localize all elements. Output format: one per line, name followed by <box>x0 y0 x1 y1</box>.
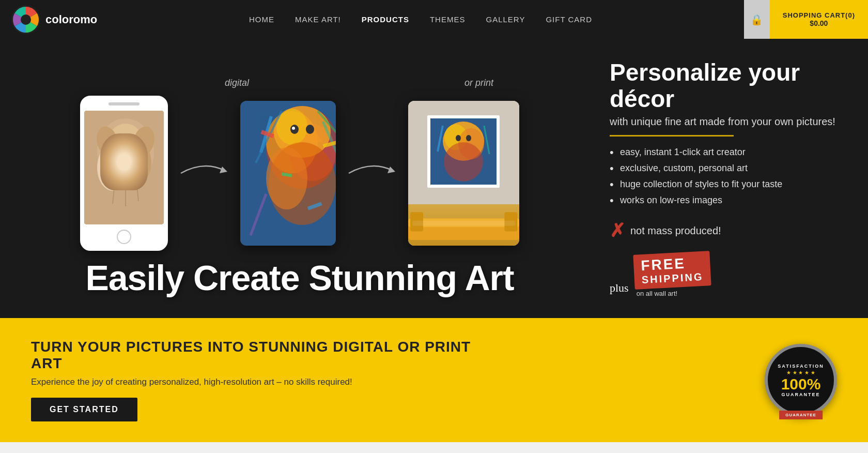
shipping-text: SHIPPING <box>641 271 704 286</box>
feature-2: exclusive, custom, personal art <box>610 163 847 174</box>
hero-section: digital or print your pic <box>0 39 868 318</box>
digital-art-frame <box>240 101 336 246</box>
hero-left: digital or print your pic <box>0 39 599 318</box>
logo-text: coloromo <box>45 13 97 26</box>
plus-label: plus <box>610 281 629 295</box>
yellow-subtitle: Experience the joy of creating personali… <box>31 377 496 387</box>
print-label: or print <box>464 78 493 88</box>
yellow-headline: TURN YOUR PICTURES INTO STUNNING DIGITAL… <box>31 339 496 372</box>
personalize-subtitle: with unique fine art made from your own … <box>610 114 847 129</box>
hero-images-row: your pic <box>80 96 519 251</box>
hero-right: Personalize your décor with unique fine … <box>599 39 868 318</box>
svg-point-9 <box>122 156 127 160</box>
x-icon: ✗ <box>610 221 625 240</box>
print-art-room <box>408 101 519 246</box>
how-section: HOW IT WORKS <box>0 442 868 453</box>
wall-art-piece <box>427 115 500 190</box>
header: coloromo HOME MAKE ART! PRODUCTS THEMES … <box>0 0 868 39</box>
dog-photo <box>84 111 164 224</box>
arrow-art-to-print <box>346 158 398 189</box>
svg-point-5 <box>97 144 128 191</box>
arrow-phone-to-art <box>178 158 230 189</box>
feature-3: huge collection of styles to fit your ta… <box>610 179 847 190</box>
digital-label: digital <box>225 78 249 88</box>
on-all-text: on all wall art! <box>637 290 710 297</box>
svg-point-52 <box>456 135 461 141</box>
badge-stars: ★ ★ ★ ★ ★ <box>786 370 815 375</box>
nav-products[interactable]: PRODUCTS <box>362 15 409 24</box>
feature-4: works on low-res images <box>610 195 847 206</box>
nav-themes[interactable]: THEMES <box>430 15 466 24</box>
not-mass-text: not mass produced! <box>630 225 721 237</box>
svg-point-53 <box>466 135 471 141</box>
badge-ribbon: GUARANTEE <box>779 411 823 419</box>
svg-point-10 <box>115 144 121 152</box>
gold-divider <box>610 135 734 137</box>
badge-top-text: SATISFACTION <box>778 364 824 369</box>
features-list: easy, instant 1-click art creator exclus… <box>610 147 847 211</box>
not-mass-row: ✗ not mass produced! <box>610 221 847 240</box>
free-shipping-area: plus FREE SHIPPING on all wall art! <box>610 253 847 297</box>
phone-home-button <box>117 230 131 244</box>
svg-point-1 <box>21 14 31 25</box>
satisfaction-badge-container: SATISFACTION ★ ★ ★ ★ ★ 100% GUARANTEE GU… <box>765 344 837 416</box>
badge-percentage: 100% <box>781 376 821 392</box>
feature-1: easy, instant 1-click art creator <box>610 147 847 158</box>
satisfaction-badge: SATISFACTION ★ ★ ★ ★ ★ 100% GUARANTEE GU… <box>765 344 837 416</box>
phone-screen <box>84 111 164 224</box>
svg-point-28 <box>266 147 307 209</box>
nav-gallery[interactable]: GALLERY <box>486 15 525 24</box>
personalize-title: Personalize your décor <box>610 59 847 112</box>
svg-point-11 <box>130 144 136 152</box>
cart-label: SHOPPING CART(0) <box>783 11 855 19</box>
badge-bot-text: GUARANTEE <box>781 392 820 397</box>
room-floor <box>408 204 519 246</box>
svg-point-49 <box>444 142 483 182</box>
logo-area[interactable]: coloromo <box>10 4 97 35</box>
yellow-section: TURN YOUR PICTURES INTO STUNNING DIGITAL… <box>0 318 868 442</box>
svg-point-8 <box>119 153 132 161</box>
hero-headline: Easily Create Stunning Art <box>85 259 514 308</box>
main-nav: HOME MAKE ART! PRODUCTS THEMES GALLERY G… <box>97 15 744 24</box>
svg-point-40 <box>306 125 314 134</box>
room-wall <box>408 101 519 204</box>
lock-icon: 🔒 <box>750 13 763 26</box>
coloromo-logo-icon <box>10 4 41 35</box>
nav-make-art[interactable]: MAKE ART! <box>295 15 341 24</box>
cart-price: $0.00 <box>810 19 828 27</box>
get-started-button[interactable]: GET STARTED <box>31 398 137 421</box>
nav-home[interactable]: HOME <box>249 15 274 24</box>
cart-button[interactable]: SHOPPING CART(0) $0.00 <box>770 0 868 39</box>
header-right: 🔒 SHOPPING CART(0) $0.00 <box>744 0 868 39</box>
free-shipping-tag: FREE SHIPPING <box>633 251 711 290</box>
svg-point-12 <box>116 146 118 148</box>
svg-point-7 <box>107 124 144 165</box>
svg-marker-18 <box>220 167 227 173</box>
svg-rect-58 <box>412 221 515 226</box>
yellow-left: TURN YOUR PICTURES INTO STUNNING DIGITAL… <box>31 339 496 421</box>
art-labels-row: digital or print <box>80 78 519 93</box>
yellow-right: SATISFACTION ★ ★ ★ ★ ★ 100% GUARANTEE GU… <box>765 344 837 416</box>
lock-button[interactable]: 🔒 <box>744 0 770 39</box>
svg-marker-42 <box>388 167 395 173</box>
svg-point-41 <box>292 127 295 130</box>
nav-gift-card[interactable]: GIFT CARD <box>546 15 592 24</box>
phone-mockup <box>80 96 168 251</box>
free-shipping-tag-container: FREE SHIPPING on all wall art! <box>634 253 710 297</box>
